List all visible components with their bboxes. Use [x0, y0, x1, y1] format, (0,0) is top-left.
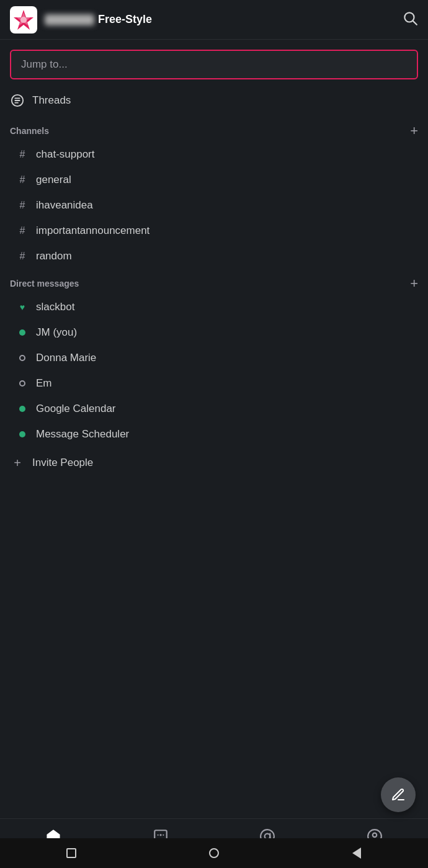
channels-section-header: Channels + [0, 117, 428, 141]
search-bar-container [0, 40, 428, 84]
invite-plus-icon: + [10, 455, 25, 470]
hash-icon: # [15, 147, 30, 162]
dm-name: Message Scheduler [36, 428, 129, 441]
dm-name: slackbot [36, 301, 74, 313]
donna-status-icon [15, 351, 30, 365]
dm-list: ♥ slackbot JM (you) Donna Marie Em [0, 295, 428, 447]
channel-item-general[interactable]: # general [5, 168, 423, 192]
channel-name: importantannouncement [36, 225, 149, 237]
home-button[interactable] [208, 847, 220, 859]
dm-name: Donna Marie [36, 352, 96, 364]
threads-label: Threads [32, 94, 71, 107]
search-icon[interactable] [402, 10, 418, 30]
em-status-icon [15, 376, 30, 391]
channel-name: general [36, 174, 71, 186]
svg-line-4 [413, 20, 417, 24]
svg-point-9 [373, 833, 377, 837]
dm-item-em[interactable]: Em [5, 371, 423, 396]
channel-name: ihaveanidea [36, 199, 93, 212]
msg-scheduler-status-icon [15, 427, 30, 442]
jm-status-icon [15, 325, 30, 340]
add-channel-button[interactable]: + [410, 124, 418, 138]
dm-section-header: Direct messages + [0, 269, 428, 294]
workspace-name: Free-Style [98, 13, 152, 26]
hash-icon: # [15, 172, 30, 187]
workspace-blur [45, 14, 94, 25]
dm-item-slackbot[interactable]: ♥ slackbot [5, 295, 423, 320]
channel-name: chat-support [36, 148, 95, 161]
back-button[interactable] [350, 847, 363, 859]
dm-name: Em [36, 377, 52, 390]
jump-to-input[interactable] [10, 50, 418, 79]
dm-item-donna-marie[interactable]: Donna Marie [5, 346, 423, 370]
app-header: Free-Style [0, 0, 428, 40]
channels-section-title: Channels [10, 126, 49, 136]
channels-list: # chat-support # general # ihaveanidea #… [0, 142, 428, 269]
channel-item-ihaveanidea[interactable]: # ihaveanidea [5, 193, 423, 218]
dm-name: JM (you) [36, 326, 77, 339]
header-title-area: Free-Style [45, 13, 402, 26]
invite-people-item[interactable]: + Invite People [0, 449, 428, 477]
main-content: Threads Channels + # chat-support # gene… [0, 40, 428, 868]
dm-item-google-calendar[interactable]: Google Calendar [5, 396, 423, 421]
slackbot-status-icon: ♥ [15, 300, 30, 315]
hash-icon: # [15, 249, 30, 264]
hash-icon: # [15, 223, 30, 238]
add-dm-button[interactable]: + [410, 277, 418, 290]
compose-fab-button[interactable] [381, 777, 416, 812]
channel-item-chat-support[interactable]: # chat-support [5, 142, 423, 167]
hash-icon: # [15, 198, 30, 213]
threads-icon [10, 93, 25, 108]
system-bar [0, 838, 428, 868]
threads-nav-item[interactable]: Threads [0, 87, 428, 114]
channel-item-random[interactable]: # random [5, 244, 423, 269]
dm-item-message-scheduler[interactable]: Message Scheduler [5, 422, 423, 447]
recent-apps-button[interactable] [65, 847, 78, 859]
dm-section-title: Direct messages [10, 279, 79, 289]
svg-point-2 [20, 17, 27, 23]
channel-item-importantannouncement[interactable]: # importantannouncement [5, 218, 423, 243]
app-logo [10, 6, 37, 34]
channel-name: random [36, 250, 72, 262]
invite-label: Invite People [32, 457, 93, 469]
dm-item-jm[interactable]: JM (you) [5, 320, 423, 345]
google-cal-status-icon [15, 401, 30, 416]
dm-name: Google Calendar [36, 403, 116, 415]
